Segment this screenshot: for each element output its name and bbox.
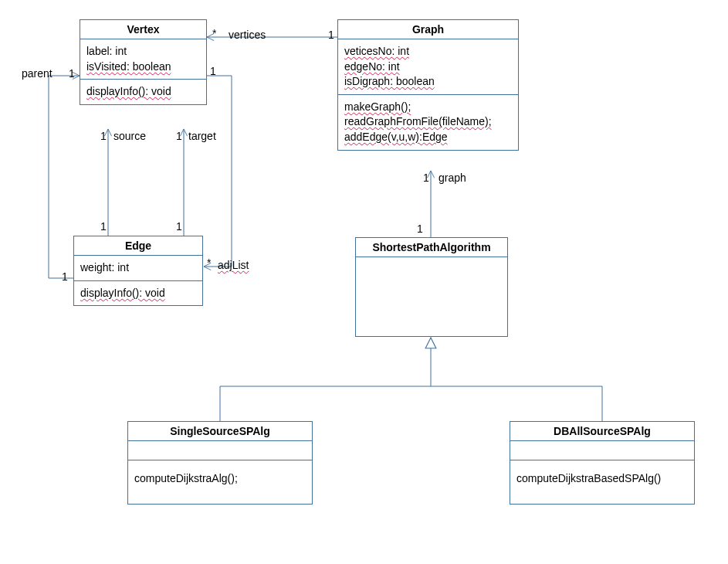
mult-parent-bottom: 1 — [62, 270, 68, 283]
mult-adjlist-star: * — [207, 257, 211, 269]
op-makegraph: makeGraph(); — [344, 100, 512, 115]
class-dballsource: DBAllSourceSPAlg computeDijkstraBasedSPA… — [510, 421, 695, 505]
class-dballsource-attrs — [510, 441, 694, 460]
role-parent: parent — [22, 67, 52, 80]
op-addedge: addEdge(v,u,w):Edge — [344, 130, 512, 145]
attr-edgeno: edgeNo: int — [344, 59, 512, 75]
attr-isvisited: isVisited: boolean — [86, 59, 200, 75]
class-singlesource-ops: computeDijkstraAlg(); — [128, 460, 312, 504]
mult-vertices-1: 1 — [328, 29, 334, 41]
mult-source-bottom: 1 — [100, 220, 107, 233]
class-graph-attributes: veticesNo: int edgeNo: int isDigraph: bo… — [338, 39, 518, 95]
class-vertex-attributes: label: int isVisited: boolean — [80, 39, 206, 80]
op-readgraph: readGraphFromFile(fileName); — [344, 114, 512, 130]
mult-target-bottom: 1 — [176, 220, 182, 233]
op-displayinfo: displayInfo(): void — [80, 286, 196, 301]
op-displayinfo: displayInfo(): void — [86, 84, 200, 100]
mult-source-top: 1 — [100, 130, 107, 142]
mult-graph-bottom: 1 — [417, 223, 423, 235]
class-edge-attributes: weight: int — [74, 256, 202, 281]
role-graph: graph — [438, 172, 466, 184]
role-target: target — [188, 130, 216, 142]
mult-target-top: 1 — [176, 130, 182, 142]
class-vertex-title: Vertex — [80, 20, 206, 39]
class-singlesource-attrs — [128, 441, 312, 460]
class-graph-title: Graph — [338, 20, 518, 39]
class-singlesource: SingleSourceSPAlg computeDijkstraAlg(); — [127, 421, 313, 505]
class-edge: Edge weight: int displayInfo(): void — [73, 236, 203, 306]
class-vertex-operations: displayInfo(): void — [80, 80, 206, 104]
attr-label: label: int — [86, 44, 200, 59]
mult-vertices-star: * — [212, 27, 216, 39]
class-spa-title: ShortestPathAlgorithm — [356, 238, 507, 257]
class-singlesource-title: SingleSourceSPAlg — [128, 422, 312, 441]
role-adjlist: adjList — [218, 259, 249, 271]
class-spa-body — [356, 257, 507, 336]
mult-parent-top: 1 — [69, 67, 75, 80]
role-source: source — [113, 130, 146, 142]
attr-isdigraph: isDigraph: boolean — [344, 74, 512, 90]
class-dballsource-title: DBAllSourceSPAlg — [510, 422, 694, 441]
class-dballsource-ops: computeDijkstraBasedSPAlg() — [510, 460, 694, 504]
mult-adjlist-top: 1 — [210, 65, 216, 77]
class-graph-operations: makeGraph(); readGraphFromFile(fileName)… — [338, 95, 518, 150]
class-vertex: Vertex label: int isVisited: boolean dis… — [80, 19, 207, 105]
attr-verticesno: veticesNo: int — [344, 44, 512, 59]
class-edge-operations: displayInfo(): void — [74, 281, 202, 306]
class-edge-title: Edge — [74, 236, 202, 256]
attr-weight: weight: int — [80, 260, 196, 276]
class-spa: ShortestPathAlgorithm — [355, 237, 508, 337]
role-vertices: vertices — [229, 29, 266, 41]
class-graph: Graph veticesNo: int edgeNo: int isDigra… — [337, 19, 519, 151]
op-computedijkstra: computeDijkstraAlg(); — [134, 471, 306, 487]
mult-graph-top: 1 — [423, 172, 429, 184]
op-computedijkstrabased: computeDijkstraBasedSPAlg() — [516, 471, 688, 487]
